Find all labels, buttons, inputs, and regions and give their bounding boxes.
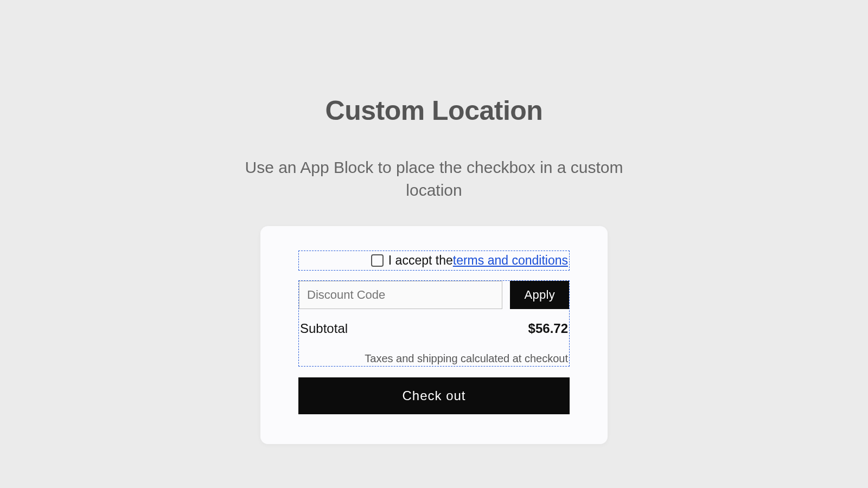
page-subtitle: Use an App Block to place the checkbox i… [244, 156, 624, 202]
checkout-button[interactable]: Check out [298, 377, 570, 414]
terms-row: I accept the terms and conditions [298, 251, 570, 271]
discount-code-input[interactable] [299, 281, 502, 309]
apply-button[interactable]: Apply [510, 281, 569, 309]
terms-link[interactable]: terms and conditions [453, 253, 568, 268]
discount-row: Apply [299, 281, 569, 309]
checkout-card: I accept the terms and conditions Apply … [260, 226, 608, 444]
subtotal-row: Subtotal $56.72 [299, 321, 569, 336]
page-title: Custom Location [326, 95, 543, 126]
terms-prefix-text: I accept the [388, 253, 453, 268]
terms-checkbox[interactable] [371, 254, 384, 267]
summary-block: Apply Subtotal $56.72 Taxes and shipping… [298, 280, 570, 367]
subtotal-value: $56.72 [528, 321, 568, 336]
tax-shipping-note: Taxes and shipping calculated at checkou… [299, 352, 569, 366]
subtotal-label: Subtotal [300, 321, 348, 336]
